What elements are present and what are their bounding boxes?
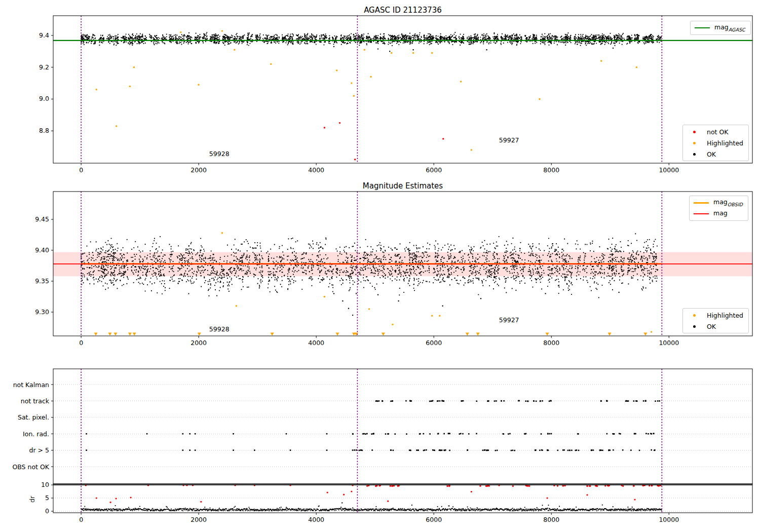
svg-text:4000: 4000 (308, 516, 324, 523)
obsid-annotation: 59928 (209, 150, 230, 158)
ok-marker-sample (693, 325, 696, 328)
svg-text:6000: 6000 (426, 516, 442, 523)
flag-points (86, 400, 660, 451)
legend-label: mag (713, 209, 728, 218)
svg-text:10000: 10000 (659, 339, 679, 347)
svg-text:8000: 8000 (543, 516, 559, 523)
legend-label: magOBSID (713, 198, 743, 207)
legend-mag-lines[interactable]: magOBSID mag (689, 196, 748, 221)
svg-text:0: 0 (79, 339, 83, 347)
svg-text:10: 10 (41, 481, 49, 488)
legend-middle-markers[interactable]: Highlighted OK (682, 308, 749, 333)
legend-entry: Highlighted (687, 311, 743, 320)
middle-plot-title: Magnitude Estimates (363, 181, 443, 191)
svg-text:9.4: 9.4 (39, 31, 49, 39)
flag-label-not-kalman: not Kalman (1, 381, 49, 389)
svg-text:0: 0 (79, 516, 83, 523)
legend-mag-agasc[interactable]: magAGASC (690, 21, 751, 35)
flag-label-ion-rad: Ion. rad. (1, 430, 49, 438)
legend-label: magAGASC (714, 23, 745, 32)
legend-label: Highlighted (707, 139, 743, 147)
highlighted-marker-sample (693, 314, 696, 317)
svg-text:10000: 10000 (659, 516, 679, 523)
highlighted-marker-sample (693, 142, 696, 144)
legend-label: OK (707, 323, 716, 330)
svg-text:9.45: 9.45 (35, 215, 49, 223)
legend-entry: OK (687, 322, 743, 331)
svg-text:4000: 4000 (308, 166, 324, 174)
gridlines (53, 385, 752, 511)
middle-clipped-triangles (94, 333, 648, 336)
flag-label-obs-not-ok: OBS not OK (1, 463, 49, 471)
legend-entry: magAGASC (695, 23, 745, 32)
svg-text:0: 0 (45, 507, 49, 515)
flag-label-not-track: not track (1, 397, 49, 405)
svg-text:9.40: 9.40 (35, 246, 49, 254)
top-not-ok-points (324, 122, 444, 161)
figure: 0200040006000800010000020004000600080001… (0, 0, 760, 532)
top-plot-title: AGASC ID 21123736 (364, 6, 442, 15)
dr-not-ok-points (85, 484, 662, 503)
obsid-annotation: 59928 (209, 325, 230, 333)
top-highlighted-points (96, 30, 638, 150)
legend-label: not OK (707, 128, 728, 136)
obsid-annotation: 59927 (499, 316, 519, 324)
dr-ok-points (81, 502, 662, 511)
svg-text:10000: 10000 (659, 166, 679, 174)
svg-text:0: 0 (79, 166, 83, 174)
legend-entry: OK (687, 149, 743, 159)
svg-text:6000: 6000 (426, 339, 442, 347)
legend-top-markers[interactable]: not OK Highlighted OK (682, 125, 749, 161)
svg-text:9.35: 9.35 (35, 277, 49, 285)
legend-entry: Highlighted (687, 138, 743, 147)
obsid-annotation: 59927 (499, 136, 519, 144)
legend-entry: not OK (687, 127, 743, 136)
flag-label-dr-gt-5: dr > 5 (1, 446, 49, 454)
svg-text:8.8: 8.8 (39, 127, 49, 134)
mag-obsid-line-sample (694, 202, 709, 204)
not-ok-marker-sample (693, 131, 696, 133)
legend-label: OK (707, 150, 716, 158)
svg-text:8000: 8000 (543, 339, 559, 347)
flag-label-sat-pixel: Sat. pixel. (1, 413, 49, 421)
dr-axis-label: dr (28, 496, 36, 503)
svg-text:8000: 8000 (543, 166, 559, 174)
top-ok-points (81, 32, 662, 52)
mag-line-sample (694, 213, 709, 214)
mag-agasc-line-sample (695, 27, 710, 28)
legend-label: Highlighted (707, 312, 743, 319)
svg-text:9.30: 9.30 (35, 308, 49, 316)
ok-marker-sample (693, 153, 696, 156)
svg-text:4000: 4000 (308, 339, 324, 347)
legend-entry: magOBSID (694, 198, 743, 207)
svg-text:2000: 2000 (191, 516, 207, 523)
svg-text:6000: 6000 (426, 166, 442, 174)
plots-canvas: 0200040006000800010000020004000600080001… (0, 0, 760, 532)
svg-text:9.0: 9.0 (39, 95, 49, 102)
svg-text:2000: 2000 (191, 166, 207, 174)
legend-entry: mag (694, 209, 743, 218)
svg-text:9.2: 9.2 (39, 63, 49, 71)
svg-text:5: 5 (45, 494, 49, 502)
svg-text:2000: 2000 (191, 339, 207, 347)
